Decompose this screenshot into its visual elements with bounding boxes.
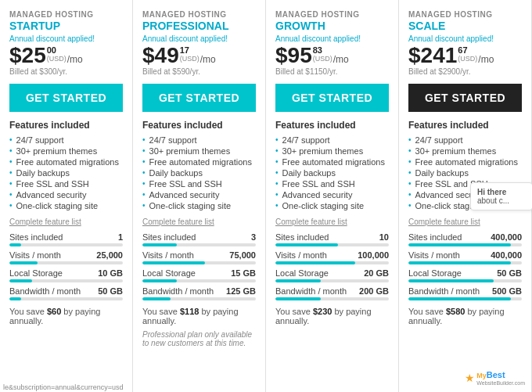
get-started-button[interactable]: GET STARTED — [275, 84, 389, 112]
stats-bar-fill — [9, 243, 21, 246]
stats-row: Bandwidth / month 125 GB — [142, 286, 256, 300]
stats-value: 200 GB — [359, 286, 389, 296]
plan-scale: Managed Hosting Scale Annual discount ap… — [399, 0, 532, 392]
feature-item: One-click staging site — [275, 200, 389, 211]
plan-price-usd: (USD) — [458, 55, 477, 63]
plan-price-cents: 17 — [180, 46, 200, 55]
feature-list: 24/7 support30+ premium themesFree autom… — [9, 135, 123, 211]
stats-value: 100,000 — [358, 250, 389, 260]
savings-amount: $118 — [180, 307, 199, 316]
stats-row: Visits / month 75,000 — [142, 250, 256, 264]
stats-bar — [408, 279, 522, 282]
feature-item: Advanced security — [142, 189, 256, 200]
feature-item: Daily backups — [408, 167, 522, 178]
feature-item: Daily backups — [142, 167, 256, 178]
feature-item: 24/7 support — [9, 135, 123, 146]
plan-note: Professional plan only available to new … — [142, 330, 256, 347]
mybest-sub: WebsiteBuilder.com — [476, 380, 525, 386]
plan-category: Managed Hosting — [408, 9, 522, 20]
plan-price-cents: 83 — [313, 46, 332, 55]
stats-bar-fill — [275, 279, 321, 282]
complete-feature-link[interactable]: Complete feature list — [275, 218, 389, 226]
plan-discount: Annual discount applied! — [9, 34, 123, 43]
plan-price-row: $241 67 (USD) /mo — [408, 45, 522, 67]
plan-price-main: $49 — [142, 45, 179, 67]
stats-value: 3 — [251, 232, 256, 242]
stats-label: Local Storage — [142, 268, 196, 278]
feature-item: Free automated migrations — [9, 156, 123, 167]
get-started-button[interactable]: GET STARTED — [9, 84, 123, 112]
features-title: Features included — [408, 120, 522, 131]
stats-bar-fill — [142, 297, 171, 300]
stats-label: Bandwidth / month — [275, 286, 347, 296]
stats-value: 125 GB — [226, 286, 256, 296]
stats-row: Sites included 400,000 — [408, 232, 522, 246]
stats-bar-fill — [142, 261, 205, 264]
plan-header: Managed Hosting Startup Annual discount … — [9, 9, 123, 76]
plan-price-period: /mo — [200, 54, 216, 65]
stats-bar-fill — [408, 297, 511, 300]
stats-value: 10 — [379, 232, 389, 242]
stats-bar-fill — [9, 279, 32, 282]
savings-text: You save $60 by paying annually. — [9, 307, 123, 325]
stats-bar — [275, 297, 389, 300]
stats-bar-fill — [408, 279, 494, 282]
stats-bar — [275, 261, 389, 264]
plan-price-period: /mo — [67, 54, 83, 65]
plan-billed: Billed at $590/yr. — [142, 67, 256, 76]
stats-bar-fill — [9, 261, 38, 264]
feature-list: 24/7 support30+ premium themesFree autom… — [142, 135, 256, 211]
stats-bar — [9, 297, 123, 300]
stats-label: Sites included — [275, 232, 329, 242]
stats-label: Visits / month — [275, 250, 327, 260]
complete-feature-link[interactable]: Complete feature list — [408, 218, 522, 226]
feature-item: 30+ premium themes — [142, 146, 256, 156]
plan-header: Managed Hosting Professional Annual disc… — [142, 9, 256, 76]
features-title: Features included — [142, 120, 256, 131]
plan-price-main: $241 — [408, 45, 457, 67]
stats-label: Local Storage — [408, 268, 462, 278]
plan-price-usd: (USD) — [313, 55, 332, 63]
plan-price-row: $25 00 (USD) /mo — [9, 45, 123, 67]
mybest-text-block: MyBest WebsiteBuilder.com — [476, 370, 525, 386]
complete-feature-link[interactable]: Complete feature list — [9, 218, 123, 226]
savings-amount: $580 — [446, 307, 465, 316]
feature-item: One-click staging site — [9, 200, 123, 211]
stats-value: 10 GB — [98, 268, 123, 278]
savings-text: You save $118 by paying annually. — [142, 307, 256, 325]
feature-item: Free automated migrations — [142, 156, 256, 167]
stats-value: 15 GB — [231, 268, 256, 278]
stats-value: 500 GB — [492, 286, 522, 296]
get-started-button[interactable]: GET STARTED — [142, 84, 256, 112]
savings-text: You save $230 by paying annually. — [275, 307, 389, 325]
stats-label: Bandwidth / month — [142, 286, 214, 296]
stats-bar — [9, 243, 123, 246]
feature-item: 30+ premium themes — [275, 146, 389, 156]
plan-billed: Billed at $2900/yr. — [408, 67, 522, 76]
stats-bar-fill — [9, 297, 21, 300]
stats-row: Visits / month 400,000 — [408, 250, 522, 264]
feature-item: Free SSL and SSH — [142, 178, 256, 189]
stats-bar — [275, 243, 389, 246]
stats-label: Bandwidth / month — [408, 286, 480, 296]
feature-item: 24/7 support — [408, 135, 522, 146]
complete-feature-link[interactable]: Complete feature list — [142, 218, 256, 226]
savings-text: You save $580 by paying annually. — [408, 307, 522, 325]
stats-row: Local Storage 10 GB — [9, 268, 123, 282]
plan-price-row: $49 17 (USD) /mo — [142, 45, 256, 67]
plan-discount: Annual discount applied! — [142, 34, 256, 43]
plan-category: Managed Hosting — [142, 9, 256, 20]
feature-item: Free automated migrations — [408, 156, 522, 167]
stats-bar — [142, 297, 256, 300]
stats-value: 20 GB — [364, 268, 389, 278]
chat-bubble: Hi thereabout c... — [470, 182, 532, 210]
features-title: Features included — [275, 120, 389, 131]
stats-bar-fill — [408, 261, 511, 264]
plan-discount: Annual discount applied! — [275, 34, 389, 43]
get-started-button[interactable]: GET STARTED — [408, 84, 522, 112]
feature-item: Daily backups — [9, 167, 123, 178]
stats-row: Sites included 3 — [142, 232, 256, 246]
stats-value: 400,000 — [491, 250, 522, 260]
stats-row: Visits / month 100,000 — [275, 250, 389, 264]
plan-price-row: $95 83 (USD) /mo — [275, 45, 389, 67]
